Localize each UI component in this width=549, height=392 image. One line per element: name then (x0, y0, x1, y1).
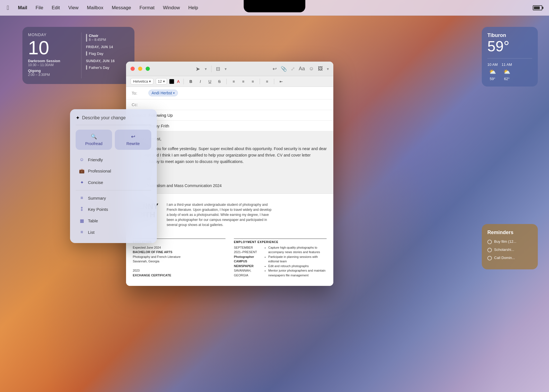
bullet-item: Capture high-quality photographs to acco… (268, 245, 327, 255)
align-right-button[interactable]: ≡ (249, 78, 256, 85)
event-dot (86, 65, 87, 70)
greeting-text: Dear Ms. Herbst, (132, 136, 328, 142)
send-chevron[interactable]: ▾ (205, 67, 207, 71)
fonts-icon[interactable]: Aa (299, 66, 305, 72)
photo-icon[interactable]: 🖼 (318, 66, 323, 72)
paperclip-icon[interactable]: 📎 (281, 66, 287, 72)
window-minimize-button[interactable] (138, 67, 142, 71)
window-controls-icon[interactable]: ⊟ (216, 66, 220, 72)
wt-menu-summary[interactable]: ≡ Summary (76, 193, 151, 203)
list-item: Qigong 2:00 – 3:30PM (28, 69, 77, 77)
rewrite-button[interactable]: ↩ Rewrite (115, 130, 151, 150)
reminder-text: Scholarshi... (494, 248, 514, 252)
weather-hour-10am: 10 AM ⛅ 59° (487, 62, 498, 81)
apple-menu-icon[interactable]:  (7, 4, 9, 11)
employment-content: SEPTEMBER 2021–PRESENT Photographer CAMP… (234, 245, 327, 278)
menu-window[interactable]: Window (160, 4, 183, 12)
wt-menu-list[interactable]: ≡ List (76, 227, 151, 237)
recipient-chip[interactable]: Andi Herbst ▾ (148, 90, 178, 96)
menu-view[interactable]: View (65, 4, 82, 12)
signature-name: Jenny Frith (132, 176, 328, 182)
list-format-button[interactable]: ≡ (263, 78, 271, 85)
list-item: Choir 8 – 8:45PM (86, 34, 129, 42)
event-title: Qigong (28, 69, 77, 73)
window-zoom-button[interactable] (146, 67, 150, 71)
list-item: Father's Day (86, 65, 129, 70)
calendar-right: Choir 8 – 8:45PM FRIDAY, JUN 14 Flag Day… (81, 32, 129, 78)
employment-bullets: Capture high-quality photographs to acco… (264, 245, 327, 278)
menu-format[interactable]: Format (136, 4, 158, 12)
italic-button[interactable]: I (197, 78, 204, 85)
text-highlight-btn[interactable]: A (176, 79, 180, 84)
font-name: Helvetica (133, 79, 148, 83)
wt-menu-key-points[interactable]: ⁑ Key Points (76, 204, 151, 215)
calendar-section-header: FRIDAY, JUN 14 (86, 45, 129, 49)
decrease-indent-button[interactable]: ⇤ (278, 78, 285, 85)
emoji-icon[interactable]: ☺ (309, 66, 314, 72)
font-size-value: 12 (158, 79, 162, 83)
window-chevron[interactable]: ▾ (225, 67, 227, 71)
window-close-button[interactable] (131, 67, 135, 71)
align-center-button[interactable]: ≡ (239, 78, 247, 85)
employment-title: EMPLOYMENT EXPERIENCE (234, 241, 327, 244)
wt-menu-professional[interactable]: 💼 Professional (76, 165, 151, 176)
menu-divider (76, 190, 151, 190)
send-icon[interactable]: ➤ (196, 66, 200, 72)
strikethrough-button[interactable]: S (216, 78, 223, 85)
resume-header: JENNY FRITH I am a third-year student un… (133, 202, 327, 227)
event-name: Flag Day (89, 52, 103, 56)
chip-chevron: ▾ (173, 91, 175, 95)
wt-menu-table[interactable]: ▦ Table (76, 215, 151, 226)
menu-message[interactable]: Message (108, 4, 134, 12)
more-chevron[interactable]: ▾ (327, 67, 329, 71)
professional-label: Professional (88, 169, 111, 173)
key-points-icon: ⁑ (79, 207, 85, 212)
titlebar-center: ➤ ▾ ⊟ ▾ (153, 66, 269, 72)
menu-help[interactable]: Help (185, 4, 201, 12)
text-color-picker[interactable] (169, 79, 174, 84)
list-item: Darkroom Session 10:30 – 11:30AM (28, 59, 77, 67)
proofread-label: Proofread (85, 141, 102, 146)
from-field: From: Jenny Frith (126, 121, 333, 131)
wt-menu-friendly[interactable]: ☺ Friendly (76, 154, 151, 165)
summary-label: Summary (88, 196, 106, 200)
wt-menu-concise[interactable]: ✦ Concise (76, 177, 151, 188)
friendly-label: Friendly (88, 157, 103, 162)
bold-button[interactable]: B (187, 78, 194, 85)
font-picker[interactable]: Helvetica ▾ (131, 78, 153, 85)
event-name: Father's Day (89, 66, 109, 70)
menu-file[interactable]: File (32, 4, 46, 12)
cc-field[interactable]: Cc: (126, 99, 333, 110)
calendar-date-number: 10 (28, 38, 77, 57)
menu-mail[interactable]: Mail (15, 4, 31, 12)
calendar-day-label: MONDAY (28, 32, 77, 37)
underline-button[interactable]: U (206, 78, 213, 85)
edu-item: BACHELOR OF FINE ARTS (133, 250, 225, 255)
education-content: Expected June 2024 BACHELOR OF FINE ARTS… (133, 245, 225, 278)
expand-icon[interactable]: ⤢ (291, 66, 295, 72)
event-time: 2:00 – 3:30PM (28, 73, 77, 77)
mail-compose-window: ➤ ▾ ⊟ ▾ ↩ 📎 ⤢ Aa ☺ 🖼 ▾ Helvetica ▾ 12 ▾ … (126, 62, 333, 286)
to-field: To: Andi Herbst ▾ (126, 87, 333, 99)
event-time: 10:30 – 11:30AM (28, 63, 77, 67)
weather-icon-partly-cloudy: ⛅ (489, 68, 496, 75)
resume-employment-section: EMPLOYMENT EXPERIENCE SEPTEMBER 2021–PRE… (234, 239, 327, 278)
list-item: Buy film (12... (487, 239, 532, 244)
writing-tools-actions: 🔍 Proofread ↩ Rewrite (76, 130, 151, 150)
subject-field[interactable]: Subject: Following Up (126, 110, 333, 121)
thanks-text: Thanks (132, 168, 328, 175)
align-left-button[interactable]: ≡ (230, 78, 237, 85)
undo-icon[interactable]: ↩ (273, 66, 277, 72)
calendar-left: MONDAY 10 Darkroom Session 10:30 – 11:30… (28, 32, 81, 78)
reminders-title: Reminders (487, 230, 532, 235)
menu-mailbox[interactable]: Mailbox (83, 4, 107, 12)
proofread-button[interactable]: 🔍 Proofread (76, 130, 112, 150)
toolbar-divider (211, 66, 211, 72)
mail-body[interactable]: Dear Ms. Herbst, Nice to meet you for co… (126, 131, 333, 193)
font-size-picker[interactable]: 12 ▾ (156, 78, 167, 85)
calendar-events: Darkroom Session 10:30 – 11:30AM Qigong … (28, 59, 77, 77)
rewrite-label: Rewrite (126, 141, 139, 146)
bullet-item: Edit and retouch photographs (268, 264, 327, 269)
menu-edit[interactable]: Edit (48, 4, 63, 12)
weather-hourly-forecast: 10 AM ⛅ 59° 11 AM ⛅ 62° (487, 58, 532, 81)
